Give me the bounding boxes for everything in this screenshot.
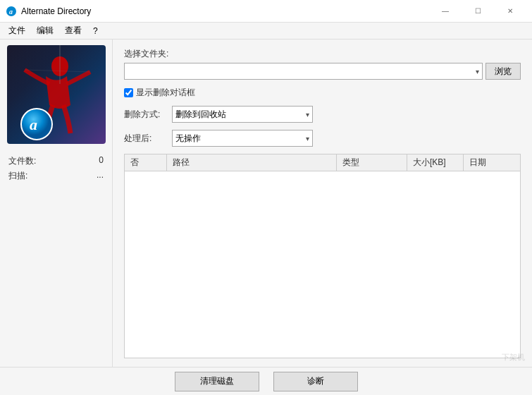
right-panel: 选择文件夹: ▾ 浏览 显示删除对话框 删除方式: 删除到回收站 ▾ 处理后: <box>113 40 532 367</box>
dropdown-arrow-icon: ▾ <box>476 68 479 75</box>
menubar: 文件编辑查看? <box>0 23 532 40</box>
menu-item-文件[interactable]: 文件 <box>3 23 31 39</box>
folder-label: 选择文件夹: <box>124 48 521 60</box>
folder-input-row: ▾ 浏览 <box>124 63 521 80</box>
table-body <box>125 171 520 358</box>
after-value: 无操作 <box>175 133 201 145</box>
browse-button[interactable]: 浏览 <box>485 63 521 80</box>
scan-row: 扫描: ... <box>8 170 104 182</box>
folder-dropdown[interactable]: ▾ <box>124 63 483 80</box>
scan-value: ... <box>97 170 104 182</box>
after-dropdown[interactable]: 无操作 ▾ <box>172 130 313 147</box>
svg-text:a: a <box>9 8 13 16</box>
minimize-button[interactable]: — <box>429 0 462 23</box>
clean-disk-button[interactable]: 清理磁盘 <box>175 372 259 391</box>
show-delete-dialog-label: 显示删除对话框 <box>136 87 195 99</box>
menu-item-编辑[interactable]: 编辑 <box>31 23 59 39</box>
maximize-button[interactable]: ☐ <box>462 0 494 23</box>
left-panel: a 文件数: 0 扫描: ... <box>0 40 113 367</box>
after-label: 处理后: <box>124 133 166 145</box>
app-banner: a <box>7 45 106 144</box>
menu-item-查看[interactable]: 查看 <box>59 23 87 39</box>
show-delete-dialog-row: 显示删除对话框 <box>124 87 521 99</box>
scan-label: 扫描: <box>8 170 27 182</box>
after-processing-row: 处理后: 无操作 ▾ <box>124 130 521 147</box>
after-arrow-icon: ▾ <box>306 135 309 142</box>
window-title: Alternate Directory <box>21 6 429 16</box>
delete-method-label: 删除方式: <box>124 109 166 121</box>
show-delete-dialog-checkbox[interactable] <box>124 88 133 97</box>
col-header-size: 大小[KB] <box>407 154 464 171</box>
main-content: a 文件数: 0 扫描: ... 选择文件夹: ▾ 浏览 <box>0 40 532 367</box>
table-header: 否 路径 类型 大小[KB] 日期 <box>125 154 520 171</box>
file-table: 否 路径 类型 大小[KB] 日期 <box>124 154 521 358</box>
stats-section: 文件数: 0 扫描: ... <box>6 150 106 190</box>
file-count-row: 文件数: 0 <box>8 155 104 167</box>
app-icon: a <box>6 6 17 17</box>
file-count-label: 文件数: <box>8 155 36 167</box>
folder-select-section: 选择文件夹: ▾ 浏览 <box>124 48 521 80</box>
delete-method-arrow-icon: ▾ <box>306 111 309 119</box>
menu-item-?[interactable]: ? <box>87 23 104 39</box>
window-controls: — ☐ ✕ <box>429 0 526 23</box>
col-header-no: 否 <box>125 154 167 171</box>
col-header-date: 日期 <box>464 154 520 171</box>
col-header-path: 路径 <box>167 154 337 171</box>
close-button[interactable]: ✕ <box>494 0 526 23</box>
diagnose-button[interactable]: 诊断 <box>273 372 358 391</box>
bottom-toolbar: 清理磁盘 诊断 <box>0 367 532 395</box>
delete-method-row: 删除方式: 删除到回收站 ▾ <box>124 106 521 123</box>
delete-method-value: 删除到回收站 <box>175 109 226 121</box>
col-header-type: 类型 <box>337 154 407 171</box>
svg-text:a: a <box>30 116 37 133</box>
titlebar: a Alternate Directory — ☐ ✕ <box>0 0 532 23</box>
file-count-value: 0 <box>99 155 104 167</box>
delete-method-dropdown[interactable]: 删除到回收站 ▾ <box>172 106 313 123</box>
